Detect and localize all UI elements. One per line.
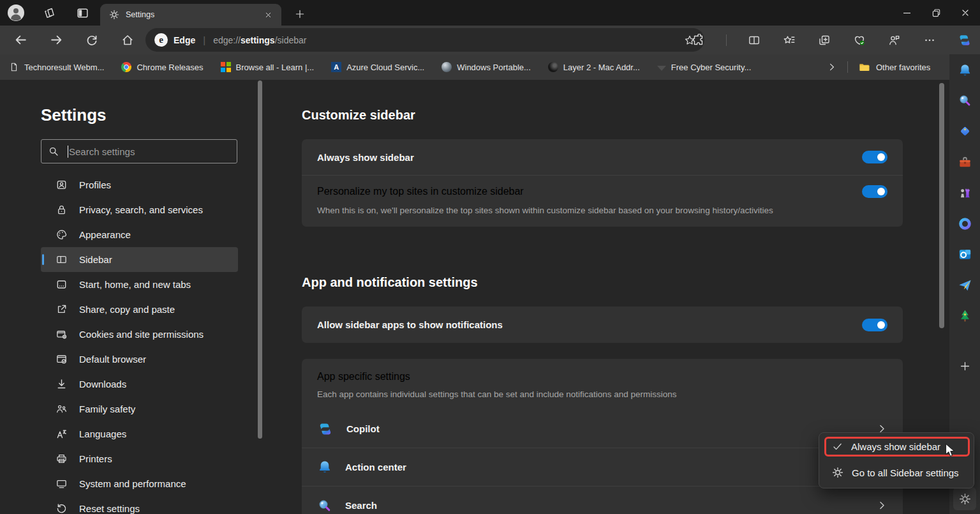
shopping-tag-icon[interactable] (957, 123, 972, 139)
close-button[interactable] (951, 0, 980, 26)
collections-button[interactable] (817, 33, 832, 48)
favorites-overflow-chevron[interactable] (827, 62, 837, 72)
gear-icon (832, 467, 843, 478)
search-input[interactable] (69, 146, 230, 157)
chrome-icon (121, 62, 131, 72)
browser-tab-settings[interactable]: Settings (100, 4, 281, 26)
address-url: edge://settings/sidebar (213, 35, 306, 45)
minimize-button[interactable] (892, 0, 921, 26)
dark-arrow-icon (657, 66, 666, 71)
sidebar-scrollbar[interactable] (258, 80, 262, 439)
chevron-right-icon (877, 500, 887, 511)
home-button[interactable] (120, 33, 135, 48)
sidebar-item-languages[interactable]: Languages (41, 421, 238, 446)
sidebar-settings-gear-button[interactable] (953, 487, 976, 510)
add-apps-plus-icon[interactable] (957, 358, 972, 374)
text-caret (68, 146, 68, 158)
cookies-icon (56, 328, 68, 340)
drop-plane-icon[interactable] (957, 277, 972, 292)
personalize-top-sites-row: Personalize my top sites in customize si… (302, 176, 903, 227)
restore-button[interactable] (921, 0, 951, 26)
new-tab-button[interactable] (290, 5, 309, 23)
forward-button[interactable] (48, 33, 64, 48)
share-icon (56, 303, 68, 315)
reset-icon (56, 503, 68, 514)
tree-icon[interactable] (957, 308, 972, 323)
sidebar-layout-icon (56, 253, 68, 266)
bookmark-item[interactable]: Free Cyber Security... (657, 63, 751, 72)
settings-search-box[interactable] (41, 139, 237, 163)
toolbox-icon[interactable] (957, 154, 972, 169)
other-favorites-button[interactable]: Other favorites (858, 61, 930, 73)
games-chess-icon[interactable] (957, 185, 972, 200)
app-row-copilot[interactable]: Copilot (302, 410, 903, 448)
action-center-bell-icon[interactable] (957, 63, 972, 78)
download-icon (56, 378, 68, 390)
monitor-icon (56, 478, 68, 490)
app-row-search[interactable]: Search (302, 487, 903, 514)
sidebar-item-default-browser[interactable]: Default browser (41, 347, 238, 372)
gear-icon (109, 10, 119, 20)
sidebar-item-sidebar[interactable]: Sidebar (41, 247, 238, 272)
tab-title: Settings (126, 10, 154, 19)
search-color-icon (317, 498, 332, 513)
sidebar-item-printers[interactable]: Printers (41, 446, 238, 471)
selected-indicator (42, 254, 44, 265)
dark-circle-icon (548, 62, 558, 72)
search-sidebar-icon[interactable] (957, 93, 972, 108)
bookmark-item[interactable]: Browse all - Learn |... (221, 62, 315, 72)
sidebar-item-appearance[interactable]: Appearance (41, 222, 238, 247)
more-options-button[interactable] (922, 33, 937, 48)
app-row-action-center[interactable]: Action center (302, 448, 903, 486)
sidebar-item-family-safety[interactable]: Family safety (41, 397, 238, 421)
folder-icon (858, 61, 870, 73)
microsoft-365-icon[interactable] (957, 216, 972, 231)
personalize-description: When this is on, we'll personalize the t… (317, 206, 887, 215)
sidebar-item-system[interactable]: System and performance (41, 471, 238, 496)
bookmark-item[interactable]: Technoresult Webm... (9, 62, 104, 72)
printer-icon (56, 453, 68, 465)
back-button[interactable] (13, 33, 28, 48)
section-heading-customize: Customize sidebar (302, 108, 415, 123)
bookmark-item[interactable]: Layer 2 - Mac Addr... (548, 62, 640, 72)
allow-notifications-toggle[interactable] (862, 319, 887, 331)
bookmark-item[interactable]: Chrome Releases (121, 62, 203, 72)
palette-icon (56, 229, 68, 241)
extensions-button[interactable] (691, 33, 706, 48)
sidebar-item-cookies[interactable]: Cookies and site permissions (41, 322, 238, 347)
split-screen-button[interactable] (746, 33, 762, 48)
profile-share-button[interactable] (887, 33, 902, 48)
start-tabs-icon (56, 278, 68, 291)
favorites-button[interactable] (782, 33, 797, 48)
mouse-cursor (945, 443, 956, 458)
content-scrollbar[interactable] (939, 83, 944, 328)
personalize-top-sites-toggle[interactable] (862, 185, 887, 198)
microsoft-icon (221, 62, 231, 72)
app-specific-title: App specific settings (317, 371, 887, 382)
copilot-button[interactable] (957, 33, 972, 48)
bookmark-item[interactable]: AAzure Cloud Servic... (331, 62, 424, 72)
refresh-button[interactable] (84, 33, 100, 48)
outlook-icon[interactable] (957, 246, 972, 262)
window-titlebar: Settings (0, 0, 980, 26)
sidebar-item-reset[interactable]: Reset settings (41, 496, 238, 514)
always-show-sidebar-row: Always show sidebar (302, 139, 903, 175)
bell-icon (317, 460, 332, 475)
tab-close-button[interactable] (261, 8, 275, 22)
sidebar-item-profiles[interactable]: Profiles (41, 172, 238, 197)
profile-avatar[interactable] (8, 4, 24, 21)
sidebar-item-start-home[interactable]: Start, home, and new tabs (41, 272, 238, 297)
always-show-sidebar-toggle[interactable] (862, 151, 887, 163)
tab-actions-icon[interactable] (74, 4, 91, 21)
workspaces-icon[interactable] (41, 4, 57, 21)
sidebar-item-downloads[interactable]: Downloads (41, 372, 238, 397)
sidebar-item-share-copy[interactable]: Share, copy and paste (41, 297, 238, 322)
profiles-icon (56, 179, 68, 191)
customize-sidebar-card: Always show sidebar Personalize my top s… (302, 139, 903, 227)
address-bar[interactable]: e Edge | edge://settings/sidebar (145, 28, 704, 52)
bookmark-item[interactable]: Windows Portable... (442, 62, 531, 72)
menu-item-go-to-sidebar-settings[interactable]: Go to all Sidebar settings (824, 461, 977, 484)
browser-essentials-button[interactable] (852, 33, 867, 48)
sidebar-item-privacy[interactable]: Privacy, search, and services (41, 197, 238, 222)
copilot-icon (317, 421, 334, 437)
